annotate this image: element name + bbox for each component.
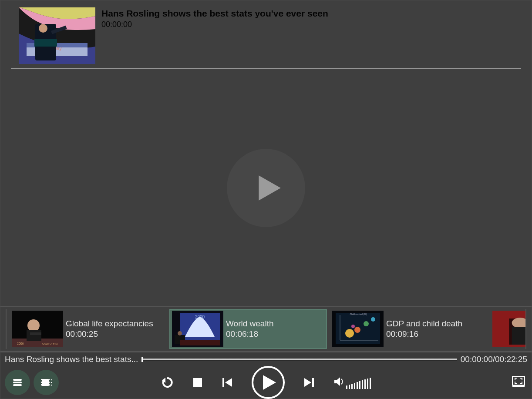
control-bar: Hans Rosling shows the best stats... 00:…: [0, 352, 532, 399]
svg-rect-56: [312, 378, 314, 387]
chapter-scroll-left[interactable]: [0, 309, 7, 349]
play-icon: [262, 374, 277, 391]
svg-rect-14: [27, 330, 41, 341]
stop-button[interactable]: [192, 377, 203, 388]
chapter-item[interactable]: Child survival (%) GDP and child death 0…: [330, 309, 487, 349]
seek-knob[interactable]: [141, 357, 143, 362]
chapter-title: GDP and child death: [386, 319, 462, 329]
video-header-time: 00:00:00: [101, 20, 328, 29]
left-buttons: [0, 370, 59, 395]
svg-rect-41: [41, 379, 42, 380]
volume-control[interactable]: [333, 376, 371, 389]
volume-bar[interactable]: [370, 378, 371, 389]
next-icon: [303, 376, 315, 389]
time-readout: 00:00:00/00:22:25: [461, 355, 527, 364]
volume-icon: [333, 376, 345, 389]
svg-rect-39: [13, 384, 22, 386]
svg-marker-8: [259, 175, 280, 201]
right-buttons: [512, 376, 525, 389]
total-time: 00:22:25: [495, 355, 527, 364]
svg-rect-36: [512, 327, 525, 345]
chapter-time: 00:06:18: [226, 329, 273, 339]
chapter-strip: 2006 CALIFORNIA Global life expectancies…: [0, 306, 532, 352]
list-icon: [11, 376, 24, 389]
chapter-meta: Global life expectancies 00:00:25: [66, 319, 153, 339]
chapter-thumbnail: 2000: [172, 311, 223, 347]
svg-marker-54: [263, 375, 276, 390]
controls-row: [0, 365, 532, 399]
chapter-thumbnail: 2006 CALIFORNIA: [12, 311, 63, 347]
volume-bar[interactable]: [364, 379, 366, 389]
stop-icon: [192, 377, 203, 388]
volume-bar[interactable]: [351, 384, 353, 389]
now-playing-title: Hans Rosling shows the best stats...: [5, 355, 138, 364]
svg-point-28: [364, 321, 369, 326]
svg-rect-58: [512, 376, 525, 385]
svg-rect-37: [13, 379, 22, 381]
replay-button[interactable]: [161, 376, 174, 389]
play-icon: [253, 172, 284, 204]
chapter-title: World wealth: [226, 319, 273, 329]
play-button[interactable]: [252, 366, 285, 399]
svg-marker-53: [225, 378, 232, 387]
svg-point-27: [354, 327, 360, 333]
svg-rect-15: [30, 332, 41, 335]
chapter-scroll-right[interactable]: [525, 309, 532, 349]
volume-bar[interactable]: [346, 386, 347, 389]
svg-text:2006: 2006: [17, 342, 24, 345]
volume-bar[interactable]: [367, 379, 368, 389]
chapter-list: 2006 CALIFORNIA Global life expectancies…: [7, 309, 525, 349]
previous-button[interactable]: [221, 376, 233, 389]
fullscreen-button[interactable]: [512, 376, 525, 389]
chapter-title: Global life expectancies: [66, 319, 153, 329]
prev-icon: [221, 376, 233, 389]
svg-marker-55: [304, 378, 311, 387]
svg-point-20: [178, 331, 182, 335]
playlist-button[interactable]: [5, 370, 30, 395]
svg-point-48: [51, 382, 52, 383]
svg-point-29: [371, 317, 375, 322]
current-time: 00:00:00: [461, 355, 493, 364]
chapter-item[interactable]: [490, 309, 525, 349]
volume-bar[interactable]: [357, 382, 358, 389]
video-thumbnail[interactable]: day: [19, 7, 95, 64]
video-title: Hans Rosling shows the best stats you've…: [101, 7, 328, 19]
seek-bar[interactable]: [141, 358, 457, 361]
svg-text:CALIFORNIA: CALIFORNIA: [42, 342, 58, 345]
svg-rect-44: [49, 379, 50, 380]
volume-bar[interactable]: [362, 380, 363, 389]
chapters-button[interactable]: [34, 370, 59, 395]
volume-bar[interactable]: [349, 385, 350, 389]
volume-bar[interactable]: [359, 381, 360, 389]
svg-rect-52: [222, 378, 224, 387]
volume-bar[interactable]: [354, 383, 355, 389]
chapter-thumbnail: Child survival (%): [332, 311, 384, 347]
chapter-item[interactable]: 2006 CALIFORNIA Global life expectancies…: [9, 309, 167, 349]
chapter-meta: GDP and child death 00:09:16: [386, 319, 462, 339]
svg-point-47: [51, 379, 52, 381]
play-overlay-button[interactable]: [227, 149, 305, 227]
svg-rect-42: [41, 382, 42, 383]
chapter-time: 00:00:25: [66, 329, 153, 339]
svg-text:Child survival (%): Child survival (%): [350, 313, 367, 315]
svg-point-30: [351, 325, 355, 328]
svg-point-49: [51, 385, 52, 386]
svg-rect-45: [49, 382, 50, 383]
chapter-item[interactable]: 2000 World wealth 00:06:18: [169, 309, 327, 349]
chapter-time: 00:09:16: [386, 329, 462, 339]
chapters-icon: [40, 376, 53, 389]
chapter-thumbnail: [492, 311, 525, 347]
chapter-meta: World wealth 00:06:18: [226, 319, 273, 339]
replay-icon: [161, 376, 174, 389]
svg-rect-51: [193, 378, 202, 387]
next-button[interactable]: [303, 376, 315, 389]
video-player-app: day Hans Rosling shows the best stats yo…: [0, 0, 532, 399]
svg-point-13: [27, 319, 40, 332]
svg-rect-46: [49, 384, 50, 386]
svg-rect-43: [41, 384, 42, 386]
video-stage[interactable]: [0, 69, 532, 306]
timeline-row: Hans Rosling shows the best stats... 00:…: [0, 352, 532, 365]
transport-controls: [161, 366, 371, 399]
svg-rect-59: [512, 385, 525, 387]
svg-point-26: [345, 329, 354, 338]
